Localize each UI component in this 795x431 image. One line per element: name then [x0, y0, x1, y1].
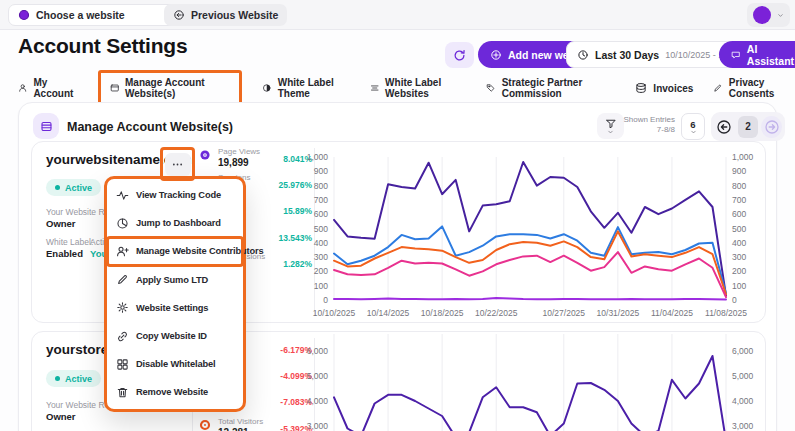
contrast-icon [262, 82, 271, 94]
panel-title: Manage Account Website(s) [67, 120, 233, 134]
status-badge: Active [46, 179, 101, 196]
tab-label: Manage Account Website(s) [125, 77, 230, 99]
tab-invoices[interactable]: Invoices [635, 78, 693, 98]
link-icon [116, 330, 129, 343]
role-value: Owner [46, 218, 76, 229]
status-dot-icon [55, 185, 60, 190]
user-icon [18, 82, 27, 94]
svg-text:100: 100 [732, 281, 746, 291]
svg-text:400: 400 [314, 238, 328, 248]
svg-text:6,000: 6,000 [732, 346, 754, 356]
pagination: 2 [711, 112, 785, 141]
tab-my-account[interactable]: My Account [18, 73, 78, 103]
website-context-menu: View Tracking CodeJump to DashboardManag… [104, 176, 246, 412]
previous-website-button[interactable]: Previous Website [164, 4, 287, 26]
menu-item-apply-sumo-ltd[interactable]: Apply Sumo LTD [107, 266, 243, 294]
svg-text:1,000: 1,000 [307, 152, 329, 162]
page-size-select[interactable]: 6 [681, 113, 705, 140]
svg-text:900: 900 [314, 166, 328, 176]
tab-label: Strategic Partner Commission [502, 77, 616, 99]
traffic-chart: 0010010020020030030040040050050060060070… [300, 144, 764, 322]
svg-text:500: 500 [732, 224, 746, 234]
tab-label: Invoices [653, 83, 693, 94]
svg-text:200: 200 [314, 266, 328, 276]
white-label-label: White Label: [46, 237, 93, 247]
role-value: Owner [46, 411, 76, 422]
status-label: Active [65, 183, 92, 193]
svg-text:6,000: 6,000 [307, 346, 329, 356]
menu-item-disable-whitelabel[interactable]: Disable Whitelabel [107, 350, 243, 378]
funnel-icon [605, 118, 617, 130]
chevron-down-icon [690, 130, 697, 135]
menu-item-view-tracking-code[interactable]: View Tracking Code [107, 181, 243, 209]
svg-text:10/22/2025: 10/22/2025 [475, 308, 518, 318]
clock-icon [577, 49, 589, 61]
menu-item-label: Manage Website Contributors [136, 246, 264, 256]
shown-entries-label: Shown Entries [617, 115, 675, 125]
avatar [753, 6, 771, 24]
topbar: Choose a website Previous Website [0, 0, 795, 30]
svg-text:1,000: 1,000 [732, 152, 754, 162]
svg-text:5,000: 5,000 [732, 371, 754, 381]
chevron-down-icon [777, 12, 784, 19]
prev-page-button[interactable] [714, 116, 735, 138]
layers-icon [635, 82, 647, 94]
tab-manage-account-website-s[interactable]: Manage Account Website(s) [98, 70, 243, 106]
arrow-left-circle-icon [173, 9, 185, 21]
browser-icon [110, 82, 120, 94]
svg-text:200: 200 [732, 266, 746, 276]
svg-text:900: 900 [732, 166, 746, 176]
menu-item-jump-to-dashboard[interactable]: Jump to Dashboard [107, 209, 243, 237]
svg-text:800: 800 [314, 181, 328, 191]
tab-strategic-partner-commission[interactable]: Strategic Partner Commission [486, 73, 615, 103]
svg-text:4,000: 4,000 [307, 396, 329, 406]
annotation-box [160, 147, 195, 181]
ai-assistant-button[interactable]: AI Assistant [719, 41, 795, 68]
gear-icon [116, 301, 129, 314]
chevron-down-icon [607, 130, 614, 135]
menu-item-copy-website-id[interactable]: Copy Website ID [107, 322, 243, 350]
svg-text:400: 400 [732, 238, 746, 248]
series-page-views [334, 162, 726, 296]
user-plus-icon [116, 245, 129, 258]
refresh-button[interactable] [445, 42, 474, 68]
tab-white-label-websites[interactable]: White Label Websites [370, 73, 467, 103]
tab-label: White Label Theme [278, 77, 350, 99]
tab-label: White Label Websites [385, 77, 466, 99]
previous-website-label: Previous Website [191, 9, 278, 21]
activity-icon [116, 189, 129, 202]
svg-text:0: 0 [732, 295, 737, 305]
status-dot-icon [55, 376, 60, 381]
menu-item-remove-website[interactable]: Remove Website [107, 378, 243, 406]
tab-white-label-theme[interactable]: White Label Theme [262, 73, 349, 103]
extra-label: Acti [90, 237, 104, 247]
user-menu[interactable] [747, 3, 790, 27]
svg-text:10/27/2025: 10/27/2025 [543, 308, 586, 318]
tab-privacy-consents[interactable]: Privacy Consents [713, 73, 795, 103]
menu-item-manage-website-contributors[interactable]: Manage Website Contributors [107, 237, 243, 265]
menu-item-label: Disable Whitelabel [136, 359, 215, 369]
svg-text:700: 700 [732, 195, 746, 205]
globe-icon [18, 9, 30, 21]
choose-website-label: Choose a website [36, 9, 125, 21]
trash-icon [116, 386, 129, 399]
shown-entries-value: 7-8/8 [617, 125, 675, 135]
svg-text:10/10/2025: 10/10/2025 [313, 308, 356, 318]
more-actions-button[interactable] [165, 153, 191, 176]
menu-item-label: View Tracking Code [136, 190, 221, 200]
next-page-button[interactable] [761, 116, 782, 138]
status-badge: Active [46, 370, 101, 387]
current-page[interactable]: 2 [738, 116, 759, 138]
tag-icon [486, 82, 496, 94]
svg-text:700: 700 [314, 195, 328, 205]
status-label: Active [65, 374, 92, 384]
tab-label: My Account [33, 77, 77, 99]
stat-row: Page Views19,8998.041% [198, 145, 312, 171]
series-new-visitors [334, 252, 726, 297]
menu-item-website-settings[interactable]: Website Settings [107, 294, 243, 322]
stat-row: Total Visitors12,281-5.392% [198, 415, 312, 431]
menu-item-label: Apply Sumo LTD [136, 275, 208, 285]
pen-icon [713, 82, 722, 94]
date-range-label: Last 30 Days [595, 49, 659, 61]
svg-text:4,000: 4,000 [732, 396, 754, 406]
